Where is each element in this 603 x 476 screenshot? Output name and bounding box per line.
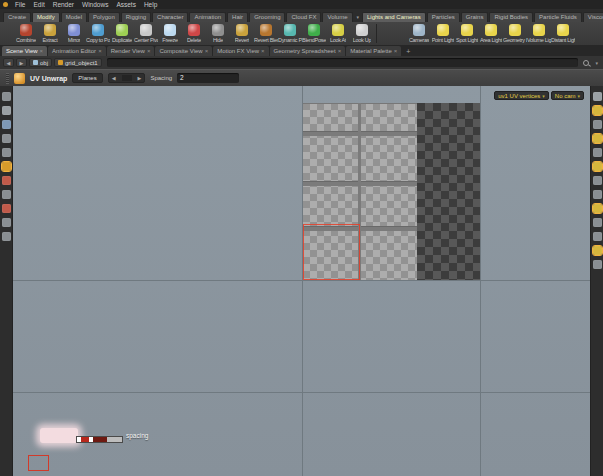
planes-dropdown[interactable]: Planes xyxy=(72,73,102,83)
search-icon[interactable] xyxy=(583,60,589,66)
uv-scene-viewport[interactable]: uv1 UV vertices ▾ No cam ▾ spacing xyxy=(13,86,590,476)
backface-icon[interactable] xyxy=(593,134,602,143)
shelf-tab[interactable]: Animation xyxy=(189,12,226,22)
shelf-tab[interactable]: Particles xyxy=(427,12,460,22)
tool-point-light[interactable]: Point Light xyxy=(431,22,455,43)
snap-multi-icon[interactable] xyxy=(2,232,11,241)
tool-volume-light[interactable]: Volume Light xyxy=(527,22,551,43)
shelf-tab[interactable]: Create xyxy=(3,12,31,22)
close-icon[interactable]: × xyxy=(261,48,265,54)
shelf-tab[interactable]: Model xyxy=(61,12,87,22)
uv-layout[interactable] xyxy=(303,103,480,280)
normals-display-icon[interactable] xyxy=(593,190,602,199)
camera-lock-icon[interactable] xyxy=(593,260,602,269)
menu-item[interactable]: Assets xyxy=(112,0,140,9)
close-icon[interactable]: × xyxy=(147,48,151,54)
wireframe-icon[interactable] xyxy=(593,120,602,129)
forward-button[interactable]: ▶ xyxy=(16,58,27,67)
menu-item[interactable]: Windows xyxy=(78,0,112,9)
snap-grid-icon[interactable] xyxy=(2,218,11,227)
shelf-tab[interactable]: Cloud FX xyxy=(286,12,321,22)
shelf-tab[interactable]: Rigging xyxy=(121,12,151,22)
uv-edit-tool-icon[interactable] xyxy=(2,162,11,171)
menu-item[interactable]: Help xyxy=(140,0,161,9)
shelf-tab[interactable]: Volume xyxy=(322,12,352,22)
shelf-tab[interactable]: Modify xyxy=(32,12,60,22)
tool-copy-to-points[interactable]: Copy to Poi xyxy=(86,22,110,43)
tool-combine[interactable]: Combine xyxy=(14,22,38,43)
lighting-icon[interactable] xyxy=(593,148,602,157)
grid-toggle-icon[interactable] xyxy=(593,162,602,171)
rotate-tool-icon[interactable] xyxy=(2,134,11,143)
pane-tab[interactable]: Motion FX View × xyxy=(213,46,268,56)
pane-tab[interactable]: Geometry Spreadsheet × xyxy=(270,46,346,56)
planes-stepper[interactable]: ◀ ▶ xyxy=(108,73,146,83)
tool-delete[interactable]: Delete xyxy=(182,22,206,43)
chevron-down-icon[interactable]: ▾ xyxy=(595,60,600,66)
uv-attribute-badge[interactable]: uv1 UV vertices ▾ xyxy=(494,91,549,100)
tool-duplicate[interactable]: Duplicate xyxy=(110,22,134,43)
shelf-tab[interactable]: Hair xyxy=(227,12,248,22)
shelf-tab[interactable]: Grains xyxy=(461,12,489,22)
tool-revert[interactable]: Revert xyxy=(230,22,254,43)
tool-blendpose[interactable]: BlendPose xyxy=(302,22,326,43)
pane-tab[interactable]: Composite View × xyxy=(155,46,212,56)
back-button[interactable]: ◀ xyxy=(3,58,14,67)
spacing-input[interactable]: 2 xyxy=(177,73,239,83)
tool-center-pivot[interactable]: Center Pivot xyxy=(134,22,158,43)
tool-spot-light[interactable]: Spot Light xyxy=(455,22,479,43)
stepper-left-icon[interactable]: ◀ xyxy=(112,75,116,81)
tool-freeze[interactable]: Freeze xyxy=(158,22,182,43)
tool-distant-light[interactable]: Distant Light xyxy=(551,22,575,43)
tool-area-light[interactable]: Area Light xyxy=(479,22,503,43)
uv-overlay-icon[interactable] xyxy=(593,204,602,213)
shelf-tab[interactable]: Character xyxy=(152,12,188,22)
tool-revert-blend[interactable]: Revert Blend xyxy=(254,22,278,43)
new-pane-tab-button[interactable]: + xyxy=(402,48,414,56)
close-icon[interactable]: × xyxy=(394,48,398,54)
tool-look-up[interactable]: Look Up xyxy=(350,22,374,43)
pane-tab[interactable]: Scene View × xyxy=(2,46,47,56)
shelf-tab[interactable]: Lights and Cameras xyxy=(362,12,426,22)
path-segment-obj[interactable]: obj xyxy=(29,58,52,67)
shelf-tab[interactable]: Grooming xyxy=(249,12,285,22)
translate-tool-icon[interactable] xyxy=(2,120,11,129)
tool-cameras[interactable]: Cameras xyxy=(407,22,431,43)
camera-badge[interactable]: No cam ▾ xyxy=(551,91,584,100)
view-tool-icon[interactable] xyxy=(2,92,11,101)
menu-item[interactable]: Edit xyxy=(29,0,48,9)
close-icon[interactable]: × xyxy=(205,48,209,54)
scale-tool-icon[interactable] xyxy=(2,148,11,157)
tool-look-at[interactable]: Look At xyxy=(326,22,350,43)
pane-tab[interactable]: Render View × xyxy=(107,46,155,56)
tool-geometry-light[interactable]: Geometry Li xyxy=(503,22,527,43)
points-display-icon[interactable] xyxy=(593,176,602,185)
tool-extract[interactable]: Extract xyxy=(38,22,62,43)
stepper-right-icon[interactable]: ▶ xyxy=(138,75,142,81)
path-input[interactable] xyxy=(107,58,579,67)
pane-tab[interactable]: Material Palette × xyxy=(346,46,401,56)
texture-display-icon[interactable] xyxy=(593,218,602,227)
snap-points-icon[interactable] xyxy=(2,204,11,213)
paint-tool-icon[interactable] xyxy=(2,190,11,199)
menu-item[interactable]: Render xyxy=(49,0,78,9)
shelf-tab[interactable]: Viscous Fluids xyxy=(583,12,603,22)
close-icon[interactable]: × xyxy=(40,48,44,54)
snapshot-icon[interactable] xyxy=(593,246,602,255)
close-icon[interactable]: × xyxy=(338,48,342,54)
tool-dynamic-parent[interactable]: Dynamic Pa xyxy=(278,22,302,43)
menu-item[interactable]: File xyxy=(11,0,29,9)
display-options-icon[interactable] xyxy=(593,92,602,101)
shelf-menu-caret-icon[interactable]: ▾ xyxy=(354,14,363,22)
smooth-shade-icon[interactable] xyxy=(593,106,602,115)
path-segment-grid-object1[interactable]: grid_object1 xyxy=(54,58,102,67)
shelf-tab[interactable]: Rigid Bodies xyxy=(489,12,533,22)
shelf-tab[interactable]: Particle Fluids xyxy=(534,12,582,22)
sculpt-tool-icon[interactable] xyxy=(2,176,11,185)
toolbar-grip[interactable] xyxy=(6,73,9,84)
close-icon[interactable]: × xyxy=(98,48,102,54)
pane-tab[interactable]: Animation Editor × xyxy=(48,46,106,56)
tool-mirror[interactable]: Mirror xyxy=(62,22,86,43)
handles-display-icon[interactable] xyxy=(593,232,602,241)
tool-hide[interactable]: Hide xyxy=(206,22,230,43)
